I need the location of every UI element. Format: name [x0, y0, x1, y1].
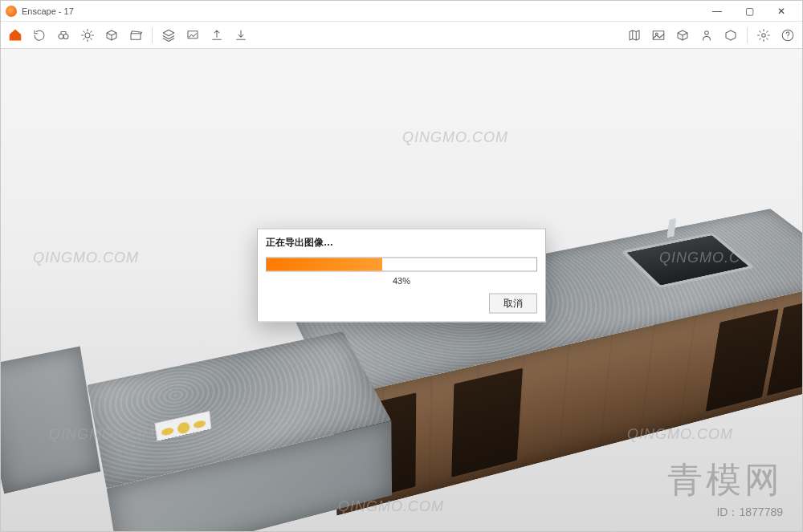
progress-bar-fill [267, 258, 382, 271]
export-arrow-button[interactable] [206, 24, 228, 47]
import-arrow-icon [234, 28, 248, 43]
export-image-icon [185, 28, 200, 43]
layers-button[interactable] [157, 24, 180, 47]
sun-button[interactable] [76, 24, 99, 47]
export-arrow-icon [210, 28, 224, 43]
clapper-button[interactable] [124, 24, 147, 47]
maximize-button[interactable]: ▢ [733, 1, 765, 22]
cancel-button[interactable]: 取消 [489, 294, 537, 314]
cube-wire-button[interactable] [100, 24, 123, 47]
progress-percent-label: 43% [258, 274, 545, 290]
home-button[interactable] [4, 24, 26, 47]
shelf-opening [706, 308, 779, 411]
person-icon [699, 28, 714, 43]
toolbar-divider [152, 27, 153, 43]
box-button[interactable] [671, 24, 694, 47]
maximize-icon: ▢ [745, 6, 754, 17]
svg-point-2 [85, 33, 90, 38]
cube-wire-icon [104, 28, 119, 43]
close-button[interactable]: ✕ [765, 1, 797, 22]
map-icon [627, 28, 642, 43]
clapper-icon [128, 28, 143, 43]
dialog-title: 正在导出图像… [258, 229, 545, 254]
export-progress-dialog: 正在导出图像… 43% 取消 [257, 229, 546, 323]
toolbar-divider [747, 27, 748, 43]
refresh-icon [32, 28, 47, 43]
person-button[interactable] [695, 24, 718, 47]
island-end-left [1, 346, 100, 493]
help-button[interactable] [777, 24, 799, 47]
watermark-id: ID：1877789 [716, 506, 783, 520]
binoculars-button[interactable] [52, 24, 75, 47]
window-title: Enscape - 17 [22, 6, 74, 16]
gear-icon [756, 28, 771, 43]
settings-button[interactable] [752, 24, 775, 47]
binoculars-icon [56, 28, 71, 43]
progress-bar [266, 258, 537, 272]
app-window: Enscape - 17 — ▢ ✕ [0, 0, 803, 532]
render-viewport[interactable]: LOGO 项目席名 QINGMO.COM QINGMO.COM QINGMO.C… [1, 49, 802, 531]
box-icon [675, 28, 690, 43]
toolbar [1, 22, 802, 49]
refresh-button[interactable] [28, 24, 51, 47]
home-icon [8, 28, 22, 43]
svg-point-6 [705, 30, 709, 35]
layers-icon [161, 28, 176, 43]
import-arrow-button[interactable] [230, 24, 252, 47]
shelf-opening [451, 368, 523, 477]
minimize-button[interactable]: — [701, 1, 733, 22]
watermark-brand: 青模网 [667, 457, 783, 504]
svg-point-0 [59, 34, 63, 39]
cube-button[interactable] [719, 24, 742, 47]
svg-point-1 [63, 34, 68, 39]
sun-icon [80, 28, 95, 43]
map-button[interactable] [623, 24, 646, 47]
svg-point-7 [762, 33, 766, 37]
gallery-button[interactable] [647, 24, 670, 47]
gallery-icon [651, 28, 666, 43]
app-logo-icon [6, 6, 17, 17]
cube-icon [724, 28, 738, 43]
close-icon: ✕ [777, 6, 785, 17]
minimize-icon: — [712, 6, 722, 17]
export-image-button[interactable] [181, 24, 204, 47]
titlebar: Enscape - 17 — ▢ ✕ [1, 1, 802, 22]
help-icon [781, 28, 795, 43]
cancel-button-label: 取消 [503, 298, 523, 309]
